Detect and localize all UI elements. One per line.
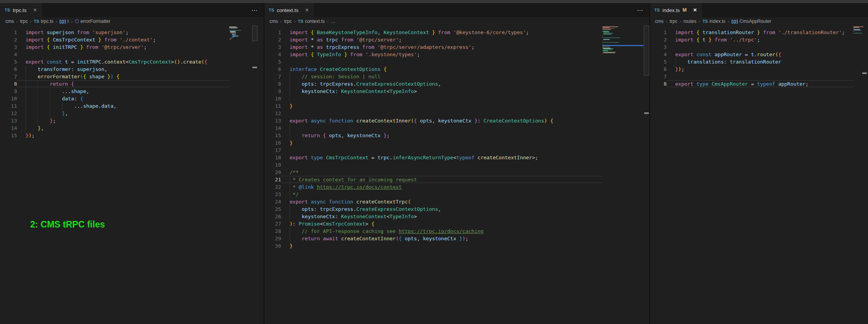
- code-line[interactable]: 6});: [650, 65, 853, 73]
- code-line[interactable]: 8opts: trpcExpress.CreateExpressContextO…: [264, 80, 602, 88]
- code-line[interactable]: 18export type CmsTrpcContext = trpc.infe…: [264, 154, 602, 161]
- tab-trpc[interactable]: TStrpc.ts✕: [0, 3, 42, 17]
- code-line[interactable]: 30}: [264, 242, 602, 250]
- tab-close-icon[interactable]: ✕: [33, 7, 37, 13]
- code-line[interactable]: 7: [650, 73, 853, 80]
- code-editor[interactable]: 1import { translationRouter } from './tr…: [650, 29, 853, 324]
- code-line[interactable]: 19: [264, 161, 602, 169]
- code-line[interactable]: 29return await createContextInner({ opts…: [264, 235, 602, 242]
- breadcrumb-item[interactable]: cms: [5, 19, 14, 24]
- code-line[interactable]: 3import { initTRPC } from '@trpc/server'…: [0, 43, 229, 51]
- code-token: // session: Session | null: [302, 74, 381, 79]
- code-line[interactable]: 1import { BaseKeystoneTypeInfo, Keystone…: [264, 29, 602, 36]
- code-line[interactable]: 7// session: Session | null: [264, 73, 602, 80]
- code-line[interactable]: 16}: [264, 139, 602, 146]
- code-line[interactable]: 17: [264, 146, 602, 154]
- code-line[interactable]: 20/**: [264, 169, 602, 176]
- code-line[interactable]: 24export async function createContextTrp…: [264, 198, 602, 205]
- code-line[interactable]: 11}: [264, 102, 602, 110]
- code-line[interactable]: 2import * as trpc from '@trpc/server';: [264, 36, 602, 43]
- code-line[interactable]: 4export const appRouter = t.router({: [650, 51, 853, 58]
- code-line[interactable]: 28// for API-response caching see https:…: [264, 227, 602, 235]
- breadcrumb-item[interactable]: TScontext.ts: [298, 19, 324, 24]
- code-line[interactable]: 6interface CreateContextOptions {: [264, 65, 602, 73]
- code-line[interactable]: 26keystoneCtx: KeystoneContext<TypeInfo>: [264, 213, 602, 220]
- code-line[interactable]: 11...shape.data,: [0, 102, 229, 110]
- pane-divider[interactable]: [264, 3, 264, 324]
- overview-ruler-scrollbar[interactable]: [644, 26, 649, 324]
- code-line[interactable]: 13};: [0, 117, 229, 124]
- code-line[interactable]: 1import { translationRouter } from './tr…: [650, 29, 853, 36]
- breadcrumb-item[interactable]: cms: [655, 19, 664, 24]
- editor-actions-more-icon[interactable]: ⋯: [637, 3, 649, 17]
- pane-divider[interactable]: [649, 3, 650, 324]
- code-line[interactable]: 2import { CmsTrpcContext } from './conte…: [0, 36, 229, 43]
- breadcrumb-item[interactable]: trpc: [670, 19, 678, 24]
- minimap-line: [231, 33, 234, 34]
- code-line[interactable]: 8export type CmsAppRouter = typeof appRo…: [650, 80, 853, 88]
- breadcrumb-item[interactable]: …: [331, 19, 335, 24]
- code-line[interactable]: 1import superjson from 'superjson';: [0, 29, 229, 36]
- code-line[interactable]: 2import { t } from '../trpc';: [650, 36, 853, 43]
- code-line[interactable]: 25opts: trpcExpress.CreateExpressContext…: [264, 205, 602, 213]
- code-line[interactable]: 14: [264, 124, 602, 132]
- code-line[interactable]: 3import * as trpcExpress from '@trpc/ser…: [264, 43, 602, 51]
- breadcrumb-item[interactable]: routes: [683, 19, 696, 24]
- code-editor[interactable]: 1import superjson from 'superjson';2impo…: [0, 29, 229, 324]
- tab-close-icon[interactable]: ✕: [693, 7, 697, 13]
- code-line[interactable]: 10: [264, 95, 602, 102]
- breadcrumb-item[interactable]: [@]CmsAppRouter: [731, 19, 771, 24]
- code-line[interactable]: 4: [0, 51, 229, 58]
- code-line[interactable]: 3: [650, 43, 853, 51]
- overview-ruler-scrollbar[interactable]: [862, 26, 867, 324]
- line-number: 12: [264, 110, 281, 117]
- code-token: CmsTrpcContext: [323, 221, 365, 227]
- code-line[interactable]: 6transformer: superjson,: [0, 65, 229, 73]
- breadcrumb-item[interactable]: trpc: [284, 19, 292, 24]
- code-line[interactable]: 22 * @link https://trpc.io/docs/context: [264, 183, 602, 191]
- line-number: 14: [0, 124, 17, 132]
- code-token: TypeInfo: [389, 214, 414, 219]
- code-line[interactable]: 13export async function createContextInn…: [264, 117, 602, 124]
- line-number: 21: [264, 176, 281, 183]
- breadcrumb-item[interactable]: TSindex.ts: [702, 19, 725, 24]
- code-line[interactable]: 7errorFormatter({ shape }) {: [0, 73, 229, 80]
- code-line[interactable]: 5export const t = initTRPC.context<CmsTr…: [0, 58, 229, 65]
- code-line[interactable]: 15return { opts, keystoneCtx };: [264, 132, 602, 139]
- tab-index[interactable]: TSindex.tsM✕: [650, 3, 702, 17]
- breadcrumb-item[interactable]: [@]t: [60, 19, 69, 24]
- code-token: export: [290, 155, 311, 160]
- code-token: from: [712, 37, 730, 43]
- code-line[interactable]: 12},: [0, 110, 229, 117]
- code-line[interactable]: 14},: [0, 124, 229, 132]
- code-line[interactable]: 10data: {: [0, 95, 229, 102]
- tab-close-icon[interactable]: ✕: [305, 7, 309, 13]
- code-line[interactable]: 9keystoneCtx: KeystoneContext<TypeInfo>: [264, 88, 602, 95]
- code-editor[interactable]: 1import { BaseKeystoneTypeInfo, Keystone…: [264, 29, 602, 324]
- code-line[interactable]: 21 * Creates context for an incoming req…: [264, 176, 602, 183]
- code-line[interactable]: 15});: [0, 132, 229, 139]
- code-line[interactable]: 12: [264, 110, 602, 117]
- breadcrumb-item[interactable]: ⬡errorFormatter: [75, 19, 110, 24]
- code-token: *: [311, 37, 317, 43]
- breadcrumb-item[interactable]: TStrpc.ts: [34, 19, 53, 24]
- overview-ruler-scrollbar[interactable]: [252, 26, 257, 324]
- minimap-line: [603, 52, 616, 52]
- code-token: as: [317, 37, 326, 43]
- code-line-text: export type CmsTrpcContext = trpc.inferA…: [290, 154, 538, 161]
- code-line[interactable]: 8return {: [0, 80, 229, 88]
- code-line[interactable]: 27): Promise<CmsTrpcContext> {: [264, 220, 602, 227]
- minimap[interactable]: [602, 26, 643, 54]
- code-line[interactable]: 9...shape,: [0, 88, 229, 95]
- code-line[interactable]: 5: [264, 58, 602, 65]
- code-token: (: [201, 59, 204, 65]
- tab-context[interactable]: TScontext.ts✕: [264, 3, 314, 17]
- code-line[interactable]: 5translations: translationRouter: [650, 58, 853, 65]
- breadcrumb-item[interactable]: cms: [269, 19, 278, 24]
- chevron-right-icon: ›: [728, 19, 729, 24]
- code-line[interactable]: 23 */: [264, 191, 602, 198]
- breadcrumb-item[interactable]: trpc: [20, 19, 28, 24]
- code-line[interactable]: 4import { TypeInfo } from '.keystone/typ…: [264, 51, 602, 58]
- editor-actions-more-icon[interactable]: ⋯: [251, 3, 264, 17]
- minimap[interactable]: [229, 26, 251, 40]
